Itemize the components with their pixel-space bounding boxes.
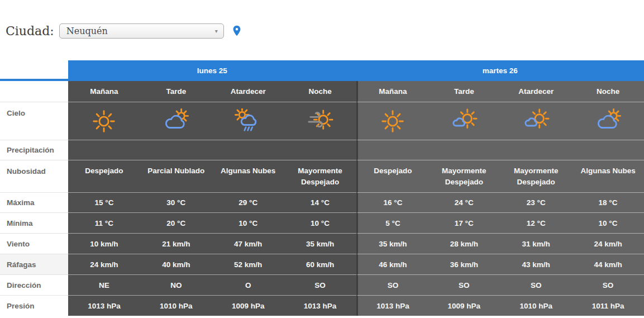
table-cell: 30 °C: [140, 192, 212, 212]
table-cell: 1013 hPa: [356, 295, 428, 316]
table-cell: 10 °C: [572, 212, 644, 233]
table-cell: [68, 102, 140, 140]
table-corner: [0, 60, 68, 81]
table-cell: 35 km/h: [284, 233, 356, 254]
table-cell: 29 °C: [212, 192, 284, 212]
table-cell: 20 °C: [140, 212, 212, 233]
mostly-sunny-icon: [520, 108, 552, 134]
table-cell: [284, 102, 356, 140]
period-header: Mañana: [68, 81, 140, 102]
table-cell: Mayormente Despejado: [428, 160, 500, 192]
row-label: Cielo: [0, 102, 68, 140]
day-header: lunes 25: [68, 60, 356, 81]
table-cell: SO: [428, 274, 500, 295]
table-cell: [140, 102, 212, 140]
table-cell: 35 km/h: [356, 233, 428, 254]
table-cell: 18 °C: [572, 192, 644, 212]
table-cell: [284, 140, 356, 160]
table-cell: 43 km/h: [500, 254, 572, 274]
city-label: Ciudad:: [6, 24, 54, 38]
table-cell: 10 km/h: [68, 233, 140, 254]
period-header: Noche: [284, 81, 356, 102]
table-cell: 14 °C: [284, 192, 356, 212]
city-dropdown-value: Neuquén: [66, 26, 108, 36]
table-cell: [428, 102, 500, 140]
row-label: Precipitación: [0, 140, 68, 160]
location-pin-icon[interactable]: [231, 23, 243, 39]
table-cell: 60 km/h: [284, 254, 356, 274]
table-cell: 17 °C: [428, 212, 500, 233]
table-cell: [572, 140, 644, 160]
table-cell: [500, 102, 572, 140]
city-dropdown[interactable]: Neuquén ▾: [59, 23, 224, 39]
mostly-sunny-icon: [448, 108, 480, 134]
table-cell: 23 °C: [500, 192, 572, 212]
table-cell: [572, 102, 644, 140]
period-header: Tarde: [428, 81, 500, 102]
table-cell: 24 °C: [428, 192, 500, 212]
table-cell: 12 °C: [500, 212, 572, 233]
table-cell: Algunas Nubes: [572, 160, 644, 192]
table-cell: NE: [68, 274, 140, 295]
partly-cloudy-icon: [592, 108, 624, 134]
period-header: Tarde: [140, 81, 212, 102]
table-cell: 11 °C: [68, 212, 140, 233]
table-cell: SO: [572, 274, 644, 295]
table-cell: [428, 140, 500, 160]
table-cell: 31 km/h: [500, 233, 572, 254]
table-cell: [212, 140, 284, 160]
table-corner: [0, 81, 68, 102]
rain-showers-sun-icon: [232, 108, 264, 134]
table-cell: 16 °C: [356, 192, 428, 212]
table-cell: 1013 hPa: [284, 295, 356, 316]
table-cell: Despejado: [68, 160, 140, 192]
row-label: Máxima: [0, 192, 68, 212]
day-header: martes 26: [356, 60, 644, 81]
table-cell: 21 km/h: [140, 233, 212, 254]
row-label: Presión: [0, 295, 68, 316]
city-selector-bar: Ciudad: Neuquén ▾: [0, 0, 644, 38]
table-cell: 40 km/h: [140, 254, 212, 274]
table-cell: [212, 102, 284, 140]
table-cell: [68, 140, 140, 160]
table-cell: [356, 140, 428, 160]
forecast-table: lunes 25 martes 26 Mañana Tarde Atardece…: [0, 60, 644, 316]
table-cell: 24 km/h: [572, 233, 644, 254]
table-cell: 10 °C: [212, 212, 284, 233]
chevron-down-icon: ▾: [215, 28, 218, 34]
table-cell: 52 km/h: [212, 254, 284, 274]
row-label: Nubosidad: [0, 160, 68, 192]
table-cell: Algunas Nubes: [212, 160, 284, 192]
table-cell: 10 °C: [284, 212, 356, 233]
table-cell: 1010 hPa: [140, 295, 212, 316]
table-cell: Despejado: [356, 160, 428, 192]
table-cell: Mayormente Despejado: [284, 160, 356, 192]
table-cell: 5 °C: [356, 212, 428, 233]
period-header: Mañana: [356, 81, 428, 102]
table-cell: 44 km/h: [572, 254, 644, 274]
table-cell: 36 km/h: [428, 254, 500, 274]
table-cell: SO: [356, 274, 428, 295]
table-cell: 1013 hPa: [68, 295, 140, 316]
table-cell: 1010 hPa: [500, 295, 572, 316]
table-cell: 15 °C: [68, 192, 140, 212]
period-header: Atardecer: [500, 81, 572, 102]
windy-sun-icon: [304, 108, 336, 134]
table-cell: 47 km/h: [212, 233, 284, 254]
row-label: Mínima: [0, 212, 68, 233]
table-cell: [140, 140, 212, 160]
table-cell: 1009 hPa: [212, 295, 284, 316]
table-cell: Parcial Nublado: [140, 160, 212, 192]
period-header: Atardecer: [212, 81, 284, 102]
table-cell: 24 km/h: [68, 254, 140, 274]
row-label: Dirección: [0, 274, 68, 295]
table-cell: NO: [140, 274, 212, 295]
row-label: Ráfagas: [0, 254, 68, 274]
table-cell: 46 km/h: [356, 254, 428, 274]
table-cell: 28 km/h: [428, 233, 500, 254]
row-label: Viento: [0, 233, 68, 254]
table-cell: 1009 hPa: [428, 295, 500, 316]
table-cell: [500, 140, 572, 160]
period-header: Noche: [572, 81, 644, 102]
table-cell: SO: [284, 274, 356, 295]
